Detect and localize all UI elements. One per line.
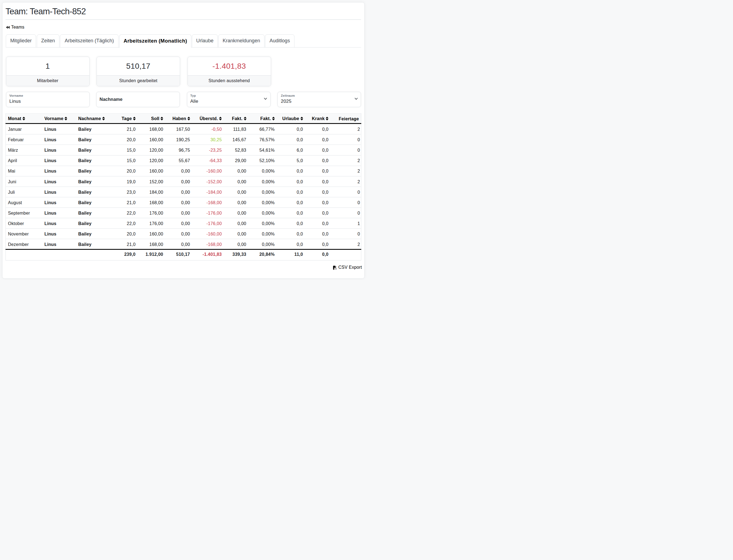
svg-text:csv: csv xyxy=(334,268,337,270)
